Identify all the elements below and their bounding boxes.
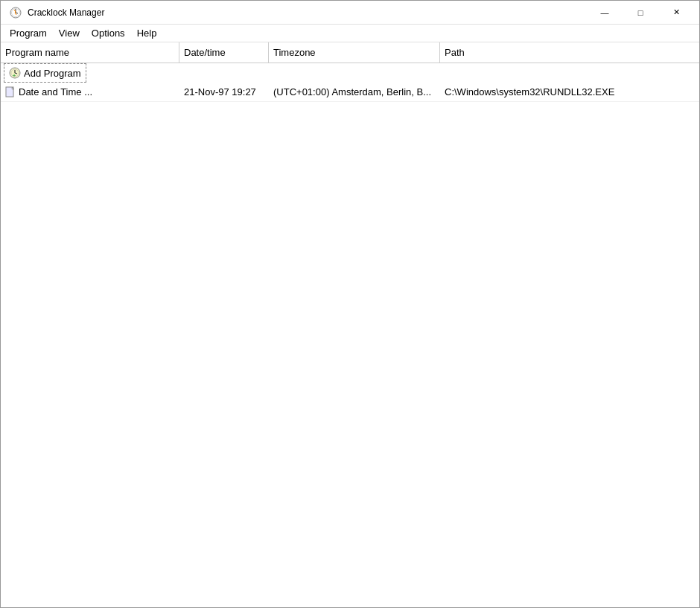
window-title: Cracklock Manager (28, 7, 104, 18)
menu-view[interactable]: View (53, 25, 86, 42)
table-area: Program name Date/time Timezone Path (1, 42, 699, 607)
menu-help[interactable]: Help (131, 25, 163, 42)
add-program-button[interactable]: + Add Program (4, 63, 86, 83)
col-header-datetime: Date/time (179, 42, 269, 63)
add-program-row[interactable]: + Add Program (1, 63, 699, 83)
table-body: + Add Program Date and (1, 63, 699, 607)
maximize-button[interactable]: □ (623, 1, 658, 25)
add-program-label: Add Program (24, 68, 81, 79)
menu-options[interactable]: Options (86, 25, 131, 42)
col-header-timezone: Timezone (269, 42, 440, 63)
app-icon (10, 7, 22, 19)
program-name-text: Date and Time ... (19, 86, 92, 97)
program-file-icon (5, 86, 16, 98)
menu-bar: Program View Options Help (1, 25, 699, 42)
main-window: Cracklock Manager — □ ✕ Program View Opt… (0, 0, 700, 608)
table-row[interactable]: Date and Time ... 21-Nov-97 19:27 (UTC+0… (1, 83, 699, 102)
cell-path: C:\Windows\system32\RUNDLL32.EXE (440, 83, 699, 101)
title-bar: Cracklock Manager — □ ✕ (1, 1, 699, 25)
col-header-program-name: Program name (1, 42, 179, 63)
add-program-icon: + (9, 67, 21, 79)
minimize-button[interactable]: — (588, 1, 622, 25)
table-header: Program name Date/time Timezone Path (1, 42, 699, 63)
svg-text:+: + (13, 73, 16, 78)
col-header-path: Path (440, 42, 699, 63)
menu-program[interactable]: Program (4, 25, 53, 42)
title-bar-controls: — □ ✕ (588, 1, 693, 25)
cell-timezone: (UTC+01:00) Amsterdam, Berlin, B... (269, 83, 440, 101)
close-button[interactable]: ✕ (659, 1, 693, 25)
title-bar-left: Cracklock Manager (10, 7, 104, 19)
cell-program-name: Date and Time ... (1, 83, 179, 101)
cell-datetime: 21-Nov-97 19:27 (179, 83, 269, 101)
